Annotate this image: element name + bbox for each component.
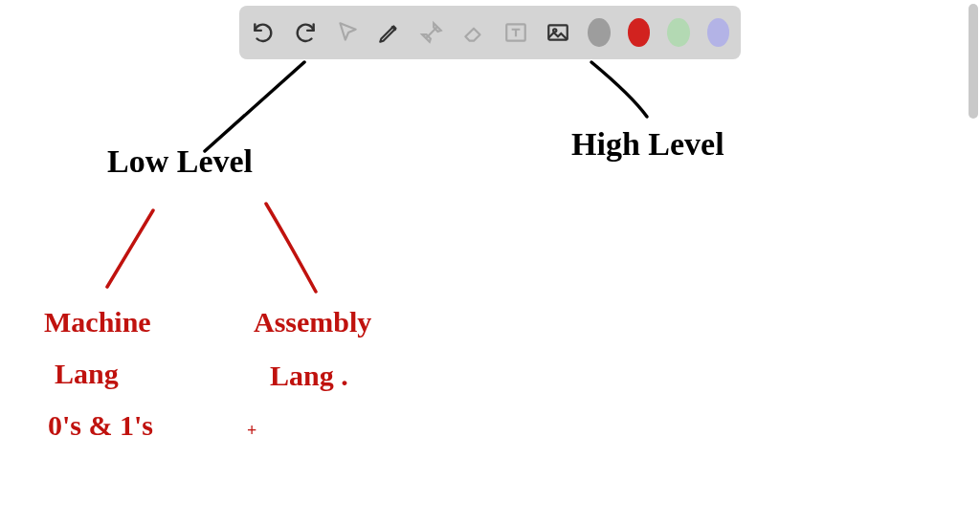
redo-icon[interactable]	[293, 18, 318, 47]
color-purple[interactable]	[707, 18, 730, 47]
node-assembly-mark: +	[247, 421, 256, 441]
node-low-level: Low Level	[107, 143, 253, 180]
text-icon[interactable]	[503, 18, 528, 47]
undo-icon[interactable]	[251, 18, 276, 47]
color-gray[interactable]	[588, 18, 611, 47]
image-icon[interactable]	[546, 18, 570, 47]
eraser-icon[interactable]	[461, 18, 486, 47]
vertical-scrollbar[interactable]	[969, 4, 978, 119]
node-assembly-line2: Lang .	[270, 360, 348, 392]
color-red[interactable]	[628, 18, 651, 47]
node-machine-line3: 0's & 1's	[48, 409, 153, 442]
tools-icon[interactable]	[419, 18, 444, 47]
node-high-level: High Level	[571, 126, 724, 163]
whiteboard-stage: Low Level High Level Machine Lang 0's & …	[0, 0, 980, 524]
node-machine-line1: Machine	[44, 306, 151, 338]
drawing-toolbar	[239, 6, 741, 59]
color-green[interactable]	[667, 18, 690, 47]
node-assembly-line1: Assembly	[254, 306, 371, 338]
diagram-edges	[0, 0, 980, 524]
select-icon[interactable]	[335, 18, 360, 47]
pen-icon[interactable]	[377, 18, 402, 47]
node-machine-line2: Lang	[55, 358, 119, 390]
